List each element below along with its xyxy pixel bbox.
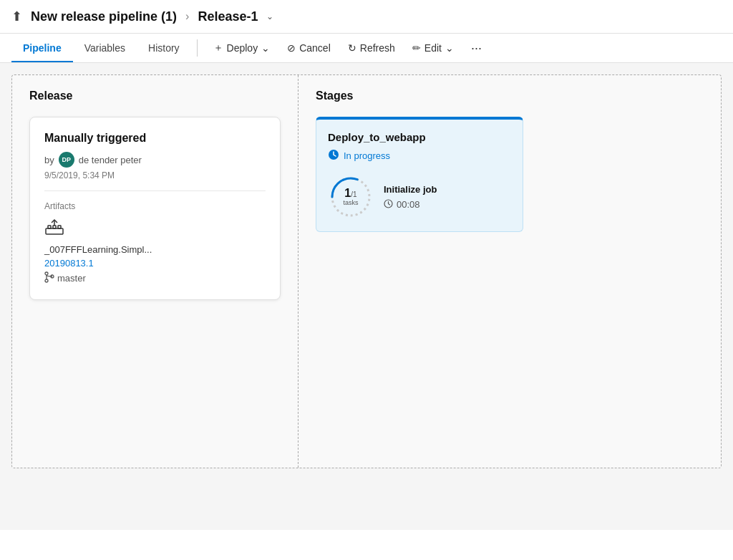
- toolbar-actions: ＋ Deploy ⌄ ⊘ Cancel ↻ Refresh ✏ Edit ⌄ ·…: [206, 37, 489, 60]
- release-panel: Release Manually triggered by DP de tend…: [12, 75, 298, 468]
- pipeline-name: New release pipeline (1): [31, 9, 177, 24]
- tab-divider: [197, 39, 198, 57]
- release-timestamp: 9/5/2019, 5:34 PM: [44, 170, 266, 180]
- by-label: by: [44, 155, 54, 165]
- artifacts-label: Artifacts: [44, 201, 266, 211]
- branch-icon: [44, 271, 54, 285]
- stages-panel: Stages Deploy_to_webapp In progress: [298, 75, 721, 468]
- tasks-label: tasks: [343, 200, 358, 207]
- artifact-icon: [44, 218, 266, 240]
- card-divider: [44, 190, 266, 191]
- stage-progress: 1/1 tasks Initialize job: [328, 174, 511, 220]
- cancel-button[interactable]: ⊘ Cancel: [280, 38, 338, 58]
- user-avatar: DP: [59, 152, 74, 168]
- pipeline-canvas: Release Manually triggered by DP de tend…: [11, 74, 722, 468]
- svg-rect-2: [53, 226, 56, 228]
- status-label: In progress: [344, 150, 390, 161]
- stage-job-info: Initialize job 00:08: [384, 184, 437, 211]
- tasks-total: /1: [351, 190, 356, 198]
- edit-icon: ✏: [412, 42, 421, 54]
- more-options-button[interactable]: ···: [464, 37, 489, 60]
- progress-text: 1/1 tasks: [343, 187, 358, 206]
- by-line: by DP de tender peter: [44, 152, 266, 168]
- edit-button[interactable]: ✏ Edit ⌄: [405, 38, 461, 58]
- svg-point-7: [45, 279, 48, 282]
- cancel-icon: ⊘: [287, 42, 296, 54]
- release-name: Release-1: [198, 9, 258, 24]
- tab-history[interactable]: History: [137, 34, 191, 62]
- artifact-branch: master: [44, 271, 266, 285]
- svg-point-5: [45, 272, 48, 275]
- stage-card[interactable]: Deploy_to_webapp In progress: [316, 117, 523, 232]
- in-progress-icon: [328, 149, 339, 163]
- refresh-button[interactable]: ↻ Refresh: [341, 38, 402, 58]
- branch-name: master: [57, 273, 86, 284]
- artifact-name: _007FFFLearning.Simpl...: [44, 244, 266, 255]
- tab-variables[interactable]: Variables: [73, 34, 137, 62]
- refresh-icon: ↻: [348, 42, 356, 54]
- release-dropdown-chevron[interactable]: ⌄: [266, 11, 273, 21]
- breadcrumb-sep: ›: [185, 10, 189, 23]
- tab-pipeline[interactable]: Pipeline: [11, 34, 73, 62]
- release-card: Manually triggered by DP de tender peter…: [29, 117, 281, 300]
- stages-panel-title: Stages: [316, 90, 704, 102]
- deploy-button[interactable]: ＋ Deploy ⌄: [206, 37, 278, 59]
- artifact-version[interactable]: 20190813.1: [44, 258, 266, 269]
- edit-chevron: ⌄: [445, 42, 454, 54]
- elapsed-time: 00:08: [397, 199, 420, 210]
- pipeline-icon: ⬆: [11, 9, 22, 24]
- deploy-icon: ＋: [213, 42, 223, 54]
- stage-name: Deploy_to_webapp: [328, 131, 511, 143]
- tasks-current: 1: [344, 187, 351, 200]
- job-name: Initialize job: [384, 184, 437, 195]
- svg-rect-1: [48, 226, 51, 228]
- main-content: Release Manually triggered by DP de tend…: [0, 63, 733, 530]
- top-bar: ⬆ New release pipeline (1) › Release-1 ⌄: [0, 0, 733, 34]
- tabs-bar: Pipeline Variables History ＋ Deploy ⌄ ⊘ …: [0, 34, 733, 63]
- job-time: 00:08: [384, 199, 437, 211]
- stage-status: In progress: [328, 149, 511, 163]
- progress-circle: 1/1 tasks: [328, 174, 374, 220]
- svg-rect-3: [58, 226, 61, 228]
- deploy-chevron: ⌄: [261, 42, 270, 54]
- release-panel-title: Release: [29, 90, 281, 102]
- svg-rect-0: [46, 228, 63, 234]
- clock-icon: [384, 199, 393, 211]
- user-name: de tender peter: [79, 155, 142, 165]
- trigger-title: Manually triggered: [44, 132, 266, 145]
